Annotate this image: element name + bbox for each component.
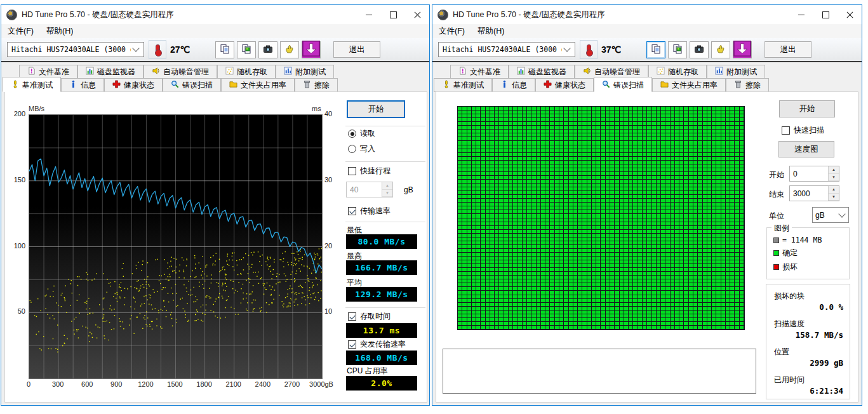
y-axis-tick-left: 150	[9, 176, 25, 184]
health-icon	[544, 80, 552, 90]
scan-start-spinner[interactable]: 0 ▲▼	[789, 166, 839, 182]
tab-disk-monitor[interactable]: 磁盘监视器	[77, 65, 144, 78]
elapsed-time-label: 已用时间	[774, 375, 805, 385]
tab-file-benchmark[interactable]: 文件基准	[450, 65, 509, 78]
copy-image-button[interactable]	[668, 41, 687, 58]
tab-error-scan[interactable]: 错误扫描	[594, 77, 652, 92]
tab-extra-tests[interactable]: 附加测试	[707, 65, 765, 78]
spin-down-icon[interactable]: ▼	[829, 174, 839, 182]
quick-scan-label: 快速扫描	[794, 125, 824, 136]
menu-file[interactable]: 文件(F)	[439, 26, 465, 37]
update-button[interactable]	[733, 41, 752, 58]
transfer-rate-row[interactable]: 传输速率	[348, 206, 391, 217]
copy-text-button[interactable]	[215, 41, 234, 58]
unit-select[interactable]: gB	[812, 207, 849, 223]
x-axis-tick: 300	[52, 380, 63, 388]
titlebar[interactable]: HD Tune Pro 5.70 - 硬盘/固态硬盘实用程序	[432, 5, 862, 24]
close-button[interactable]	[405, 5, 429, 24]
menu-help[interactable]: 帮助(H)	[46, 26, 73, 37]
tab-folder-usage[interactable]: 文件夹占用率	[652, 78, 726, 92]
scan-speed-label: 扫描速度	[774, 319, 805, 330]
temperature-button[interactable]	[149, 40, 166, 59]
erase-icon	[734, 80, 742, 90]
y-axis-tick-right: 30	[324, 176, 332, 184]
burst-rate-row[interactable]: 突发传输速率	[348, 339, 406, 350]
aam-hand-icon	[716, 44, 726, 56]
read-radio[interactable]	[348, 130, 356, 138]
drive-select[interactable]: Hitachi HUS724030ALE (3000 gB)	[7, 42, 144, 57]
short-stroke-size-spinner[interactable]: 40 ▲▼	[346, 182, 393, 197]
tab-erase[interactable]: 擦除	[295, 78, 338, 92]
tab-health[interactable]: 健康状态	[535, 78, 594, 92]
temperature-button[interactable]	[580, 40, 598, 59]
y-axis-tick-right: 20	[324, 242, 332, 250]
spin-down-icon[interactable]: ▼	[829, 194, 839, 201]
start-benchmark-button[interactable]: 开始	[347, 100, 405, 118]
spin-up-icon[interactable]: ▲	[382, 182, 392, 190]
scan-status-groupbox: 损坏的块 0.0 % 扫描速度 158.7 MB/s 位置 2999 gB 已用…	[766, 284, 850, 399]
menu-file[interactable]: 文件(F)	[8, 26, 34, 37]
tab-extra-tests[interactable]: 附加测试	[276, 65, 334, 78]
scan-message-box[interactable]	[443, 349, 756, 394]
exit-button[interactable]: 退出	[765, 41, 811, 58]
tab-benchmark[interactable]: 基准测试	[3, 77, 61, 92]
close-button[interactable]	[838, 5, 862, 24]
aam-hand-button[interactable]	[711, 41, 730, 58]
y-axis-unit-right: ms	[312, 105, 321, 112]
menu-help[interactable]: 帮助(H)	[477, 26, 504, 37]
short-stroke-row[interactable]: 快捷行程	[348, 166, 391, 177]
write-radio[interactable]	[348, 145, 356, 153]
spin-down-icon[interactable]: ▼	[382, 190, 392, 197]
minimize-button[interactable]	[789, 5, 813, 24]
write-radio-row[interactable]: 写入	[348, 144, 375, 154]
copy-text-button[interactable]	[646, 41, 665, 58]
scan-end-spinner[interactable]: 3000 ▲▼	[789, 185, 839, 201]
tab-info[interactable]: 信息	[61, 78, 104, 92]
minimize-button[interactable]	[357, 5, 381, 24]
short-stroke-checkbox[interactable]	[348, 167, 356, 175]
tab-random-access[interactable]: 随机存取	[217, 65, 276, 78]
scan-start-label: 开始	[769, 170, 784, 180]
tab-aam[interactable]: 自动噪音管理	[144, 65, 217, 78]
spin-up-icon[interactable]: ▲	[829, 166, 839, 174]
screenshot-button[interactable]	[690, 41, 709, 58]
tab-folder-usage[interactable]: 文件夹占用率	[221, 78, 295, 92]
access-time-checkbox[interactable]	[348, 312, 356, 321]
legend-block-swatch	[773, 237, 779, 243]
quick-scan-row[interactable]: 快速扫描	[782, 125, 824, 136]
window-title: HD Tune Pro 5.70 - 硬盘/固态硬盘实用程序	[22, 10, 174, 20]
speed-map-button[interactable]: 速度图	[778, 141, 834, 157]
transfer-rate-checkbox[interactable]	[348, 207, 356, 215]
transfer-rate-label: 传输速率	[360, 206, 391, 217]
update-button[interactable]	[302, 41, 321, 58]
drive-select[interactable]: Hitachi HUS724030ALE (3000 gB)	[438, 42, 575, 57]
tab-benchmark[interactable]: 基准测试	[434, 78, 492, 92]
maximize-button[interactable]	[381, 5, 405, 24]
aam-hand-button[interactable]	[280, 41, 299, 58]
tab-error-scan[interactable]: 错误扫描	[163, 78, 221, 92]
elapsed-time-value: 6:21:34	[810, 386, 843, 396]
hdtune-window-benchmark: HD Tune Pro 5.70 - 硬盘/固态硬盘实用程序 文件(F) 帮助(…	[1, 4, 430, 406]
damaged-blocks-value: 0.0 %	[819, 302, 843, 312]
tab-disk-monitor[interactable]: 磁盘监视器	[509, 65, 575, 78]
exit-button[interactable]: 退出	[333, 41, 380, 58]
screenshot-button[interactable]	[258, 41, 277, 58]
tab-erase[interactable]: 擦除	[726, 78, 769, 92]
maximize-button[interactable]	[813, 5, 838, 24]
spin-up-icon[interactable]: ▲	[829, 186, 839, 194]
cpu-usage-value: 2.0%	[346, 376, 417, 391]
copy-image-button[interactable]	[237, 41, 256, 58]
tab-health[interactable]: 健康状态	[104, 78, 163, 92]
read-radio-row[interactable]: 读取	[348, 128, 375, 139]
titlebar[interactable]: HD Tune Pro 5.70 - 硬盘/固态硬盘实用程序	[1, 5, 429, 24]
access-time-row[interactable]: 存取时间	[348, 311, 391, 322]
tab-file-benchmark-label: 文件基准	[39, 67, 69, 77]
tab-random-access[interactable]: 随机存取	[648, 65, 707, 78]
quick-scan-checkbox[interactable]	[782, 126, 790, 135]
tab-aam[interactable]: 自动噪音管理	[575, 65, 648, 78]
tab-info[interactable]: 信息	[492, 78, 535, 92]
tab-file-benchmark[interactable]: 文件基准	[19, 65, 77, 78]
burst-rate-checkbox[interactable]	[348, 340, 356, 349]
damaged-blocks-label: 损坏的块	[774, 291, 805, 302]
start-scan-button[interactable]: 开始	[779, 100, 835, 117]
